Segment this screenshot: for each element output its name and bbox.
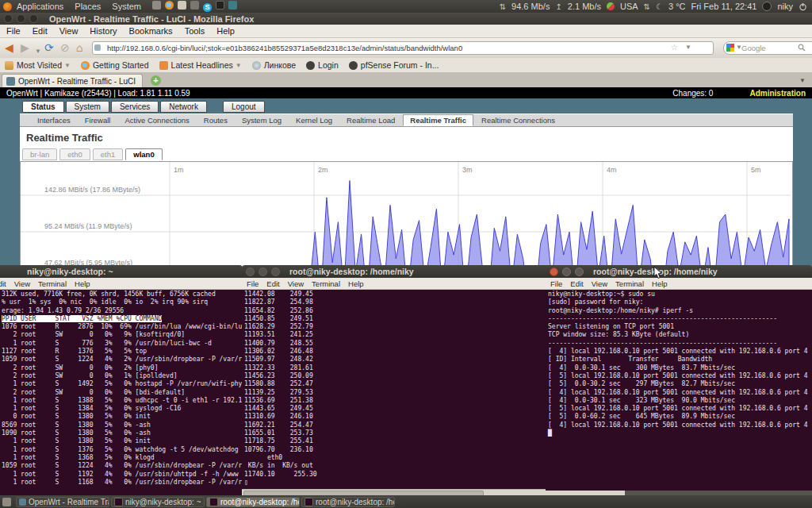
window-minimize-icon[interactable] bbox=[259, 267, 267, 276]
panel-menu[interactable]: Applications bbox=[17, 2, 63, 11]
window-close-icon[interactable] bbox=[550, 267, 558, 276]
sub-tab[interactable]: Active Connections bbox=[118, 115, 195, 125]
window-maximize-icon[interactable] bbox=[271, 267, 280, 276]
stop-icon[interactable]: ⊘ bbox=[60, 40, 70, 55]
mail-launcher-icon[interactable] bbox=[178, 1, 186, 10]
window-maximize-icon[interactable] bbox=[29, 14, 38, 23]
firefox-title-bar[interactable]: OpenWrt - Realtime Traffic - LuCI - Mozi… bbox=[0, 13, 812, 25]
keyboard-layout[interactable]: USA bbox=[620, 2, 638, 11]
terminal-title-bar[interactable]: root@niky-desktop: /home/niky bbox=[546, 265, 812, 278]
terminal-menu[interactable]: Help bbox=[75, 279, 90, 288]
history-dropdown-icon[interactable]: ▼ bbox=[35, 44, 41, 59]
firefox-menu[interactable]: Edit bbox=[33, 26, 48, 36]
main-tab[interactable]: System bbox=[66, 101, 109, 113]
firefox-menu[interactable]: History bbox=[90, 26, 117, 36]
window-close-icon[interactable] bbox=[4, 14, 13, 23]
terminal-output[interactable]: 312K used, 7716K free, 0K shrd, 1456K bu… bbox=[0, 290, 243, 508]
firefox-menu[interactable]: Tools bbox=[185, 26, 205, 36]
back-icon[interactable]: ◀ bbox=[5, 40, 13, 55]
sub-tab[interactable]: System Log bbox=[236, 115, 288, 125]
terminal-launcher-icon[interactable] bbox=[216, 1, 224, 10]
firefox-menu[interactable]: File bbox=[6, 26, 21, 36]
terminal-menu[interactable]: File bbox=[247, 279, 259, 288]
terminal-menu[interactable]: Edit bbox=[266, 279, 279, 288]
terminal-menu[interactable]: Help bbox=[652, 279, 668, 288]
panel-menu[interactable]: Places bbox=[75, 2, 101, 11]
firefox-launcher-icon[interactable] bbox=[165, 1, 174, 10]
ubuntu-logo-icon[interactable] bbox=[3, 2, 12, 11]
search-engine-dropdown-icon[interactable]: ▼ bbox=[736, 44, 742, 51]
forward-icon[interactable]: ▶ bbox=[21, 40, 29, 55]
reload-icon[interactable]: ⟳ bbox=[44, 40, 54, 55]
main-tab[interactable]: Network bbox=[160, 101, 207, 113]
search-magnifier-icon[interactable] bbox=[798, 44, 806, 52]
taskbar-window-button[interactable]: OpenWrt - Realtime Tra... bbox=[16, 497, 109, 507]
sub-tab[interactable]: Interfaces bbox=[31, 115, 77, 125]
window-close-icon[interactable] bbox=[246, 267, 255, 276]
bookmark-item[interactable]: Линкове bbox=[252, 60, 296, 70]
sub-tab[interactable]: Realtime Traffic bbox=[403, 114, 473, 126]
tab-list-dropdown-icon[interactable]: ▼ bbox=[799, 77, 806, 84]
firefox-menu[interactable]: Help bbox=[216, 26, 235, 36]
interface-tab[interactable]: wlan0 bbox=[125, 148, 162, 160]
terminal-menu[interactable]: View bbox=[592, 279, 607, 288]
terminal-output[interactable]: niky@niky-desktop:~$ sudo su[sudo] passw… bbox=[546, 290, 812, 491]
skype-launcher-icon[interactable]: S bbox=[203, 3, 212, 12]
home-icon[interactable]: ⌂ bbox=[76, 40, 82, 55]
network-monitor-icon[interactable]: ⇅ bbox=[500, 2, 506, 11]
main-tab[interactable]: Logout bbox=[223, 101, 265, 113]
sync-arrows-icon[interactable]: ⇅ bbox=[644, 2, 650, 11]
bookmark-item[interactable]: Getting Started bbox=[81, 60, 149, 70]
window-minimize-icon[interactable] bbox=[17, 14, 25, 23]
browser-tab[interactable]: OpenWrt - Realtime Traffic - LuCI bbox=[2, 74, 143, 87]
terminal-menu[interactable]: Help bbox=[348, 279, 364, 288]
taskbar-window-button[interactable]: niky@niky-desktop: ~ bbox=[111, 497, 205, 507]
weather-moon-icon[interactable]: ☾ bbox=[656, 2, 663, 11]
sub-tab[interactable]: Realtime Load bbox=[340, 115, 401, 125]
interface-tab[interactable]: eth1 bbox=[93, 148, 124, 160]
luci-changes[interactable]: Changes: 0 bbox=[672, 89, 713, 98]
panel-menu[interactable]: System bbox=[112, 2, 141, 11]
new-tab-button[interactable]: + bbox=[151, 75, 161, 86]
taskbar-window-button[interactable]: root@niky-desktop: /ho... bbox=[301, 497, 395, 507]
sub-tab[interactable]: Firewall bbox=[79, 115, 117, 125]
luci-admin-link[interactable]: Administration bbox=[749, 89, 806, 98]
power-icon[interactable] bbox=[799, 2, 807, 11]
main-tab[interactable]: Services bbox=[111, 101, 159, 113]
taskbar-window-button[interactable]: root@niky-desktop: /ho... bbox=[206, 497, 300, 507]
url-bar[interactable]: http://192.168.0.6/cgi-bin/luci/;stok=e0… bbox=[92, 41, 714, 55]
window-maximize-icon[interactable] bbox=[575, 267, 584, 276]
firefox-menu[interactable]: Bookmarks bbox=[129, 26, 173, 36]
user-avatar-icon[interactable] bbox=[762, 2, 772, 11]
keyboard-indicator-icon[interactable] bbox=[607, 2, 615, 10]
sub-tab[interactable]: Realtime Connections bbox=[475, 115, 561, 125]
terminal-menu[interactable]: View bbox=[14, 279, 30, 288]
temperature[interactable]: 3 °C bbox=[668, 2, 686, 11]
window-minimize-icon[interactable] bbox=[562, 267, 571, 276]
terminal-menu[interactable]: View bbox=[288, 279, 304, 288]
bookmark-item[interactable]: Most Visited▼ bbox=[5, 60, 71, 70]
bookmark-item[interactable]: Latest Headlines▼ bbox=[159, 60, 242, 70]
terminal-title-bar[interactable]: niky@niky-desktop: ~ bbox=[0, 265, 243, 278]
terminal-menu[interactable]: Terminal bbox=[615, 279, 644, 288]
volume-launcher-icon[interactable] bbox=[190, 1, 199, 10]
bookmark-star-icon[interactable]: ☆ bbox=[671, 43, 678, 52]
package-launcher-icon[interactable] bbox=[152, 1, 161, 10]
network-launcher-icon[interactable] bbox=[228, 1, 237, 10]
main-tab[interactable]: Status bbox=[22, 101, 64, 113]
google-icon[interactable] bbox=[726, 44, 734, 52]
terminal-menu[interactable]: Terminal bbox=[38, 279, 67, 288]
sub-tab[interactable]: Routes bbox=[197, 115, 234, 125]
show-desktop-icon[interactable] bbox=[2, 498, 11, 506]
user-name[interactable]: niky bbox=[777, 2, 793, 11]
firefox-menu[interactable]: View bbox=[59, 26, 79, 36]
terminal-menu[interactable]: Terminal bbox=[312, 279, 340, 288]
clock[interactable]: Fri Feb 11, 22:41 bbox=[691, 2, 756, 11]
terminal-menu[interactable]: Edit bbox=[0, 279, 6, 288]
bookmark-item[interactable]: Login bbox=[306, 60, 339, 70]
bookmark-item[interactable]: pfSense Forum - In... bbox=[349, 60, 439, 70]
interface-tab[interactable]: eth0 bbox=[59, 148, 90, 160]
sub-tab[interactable]: Kernel Log bbox=[289, 115, 339, 125]
terminal-menu[interactable]: Edit bbox=[570, 279, 583, 288]
terminal-menu[interactable]: File bbox=[550, 279, 562, 288]
